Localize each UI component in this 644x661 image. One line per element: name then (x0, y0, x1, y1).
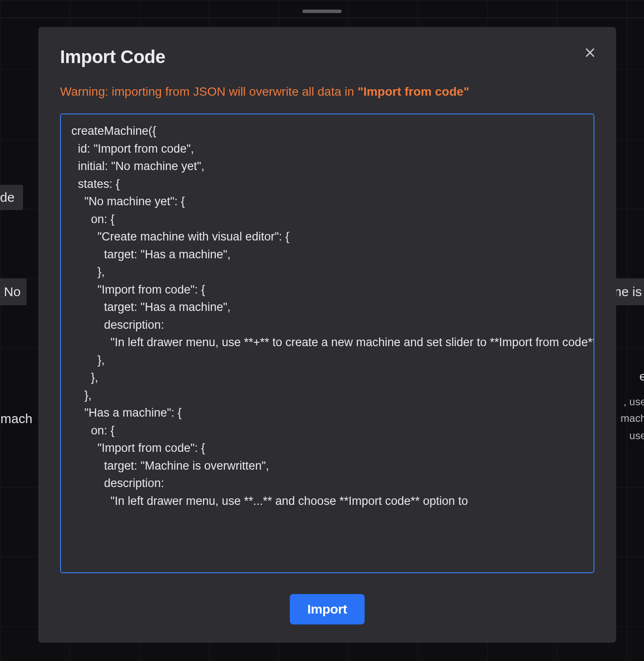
code-input[interactable] (60, 114, 594, 573)
drawer-drag-handle[interactable] (302, 10, 342, 13)
import-code-modal: Import Code Warning: importing from JSON… (38, 27, 616, 643)
backdrop-text-fragment: No (0, 278, 27, 305)
warning-message: Warning: importing from JSON will overwr… (60, 84, 594, 100)
close-button[interactable] (582, 45, 598, 62)
modal-title: Import Code (60, 47, 165, 67)
backdrop-text-fragment: use (629, 430, 644, 442)
drawer-border (0, 17, 644, 18)
modal-footer: Import (60, 594, 594, 624)
backdrop-text-fragment: , use (624, 396, 644, 408)
modal-header: Import Code (60, 47, 594, 67)
import-button[interactable]: Import (290, 594, 365, 624)
warning-prefix: Warning: importing from JSON will overwr… (60, 85, 358, 98)
backdrop-text-fragment: de (0, 185, 23, 210)
backdrop-text-fragment: mach (621, 412, 644, 424)
backdrop-text-fragment: e (639, 370, 644, 384)
close-icon (584, 47, 596, 60)
backdrop-text-fragment: mach (0, 409, 35, 429)
warning-target-name: "Import from code" (358, 85, 470, 98)
